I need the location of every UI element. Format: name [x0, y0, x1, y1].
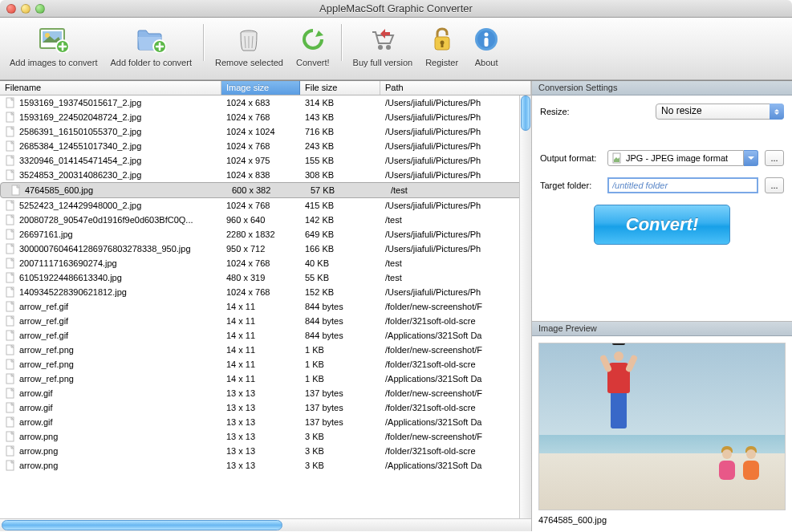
table-row[interactable]: 1409345228390621812.jpg1024 x 768152 KB/…: [0, 285, 531, 299]
cell-image-size: 1024 x 768: [221, 141, 300, 151]
cell-path: /Users/jiafuli/Pictures/Ph: [380, 287, 531, 297]
horizontal-scroll-thumb[interactable]: [2, 520, 282, 530]
cell-file-size: 137 bytes: [300, 388, 380, 398]
cell-image-size: 13 x 13: [221, 388, 300, 398]
buy-full-version-button[interactable]: Buy full version: [347, 22, 420, 69]
table-row[interactable]: arrow_ref.png14 x 111 KB/Applications/32…: [0, 372, 531, 386]
table-row[interactable]: 610519224486613340.jpg480 x 31955 KB/tes…: [0, 270, 531, 285]
table-row[interactable]: 2586391_161501055370_2.jpg1024 x 1024716…: [0, 124, 531, 139]
window-title: AppleMacSoft Graphic Converter: [0, 2, 792, 14]
table-row[interactable]: 3524853_200314086230_2.jpg1024 x 838308 …: [0, 168, 531, 182]
register-button[interactable]: Register: [419, 22, 465, 69]
table-row[interactable]: 3320946_014145471454_2.jpg1024 x 975155 …: [0, 153, 531, 168]
table-row[interactable]: 20071117163690274.jpg1024 x 76840 KB/tes…: [0, 256, 531, 270]
cell-file-size: 1 KB: [300, 345, 380, 355]
output-format-label: Output format:: [540, 153, 604, 163]
cell-path: /folder/new-screenshot/F: [380, 432, 531, 441]
cell-filename: 5252423_124429948000_2.jpg: [0, 200, 221, 211]
preview-image: [538, 343, 786, 510]
minimize-window-button[interactable]: [21, 4, 30, 14]
cell-image-size: 1024 x 768: [221, 112, 300, 122]
column-image-size[interactable]: Image size: [221, 81, 300, 95]
image-preview-heading: Image Preview: [532, 322, 792, 336]
about-button[interactable]: About: [465, 22, 508, 69]
table-row[interactable]: arrow.gif13 x 13137 bytes/folder/new-scr…: [0, 386, 531, 400]
resize-select[interactable]: No resize: [656, 104, 784, 120]
table-row[interactable]: arrow.png13 x 133 KB/folder/new-screensh…: [0, 429, 531, 444]
cell-filename: 3524853_200314086230_2.jpg: [0, 169, 221, 181]
cell-filename: arrow.png: [0, 431, 221, 442]
table-row[interactable]: arrow.gif13 x 13137 bytes/folder/321soft…: [0, 400, 531, 415]
cell-file-size: 649 KB: [300, 229, 380, 239]
cell-image-size: 600 x 382: [227, 185, 306, 195]
table-row[interactable]: 1593169_193745015617_2.jpg1024 x 683314 …: [0, 95, 531, 110]
table-row[interactable]: 20080728_90547e0d1916f9e0d603BfC0Q...960…: [0, 213, 531, 227]
zoom-window-button[interactable]: [35, 4, 45, 14]
table-row[interactable]: 3000007604641286976803278338_950.jpg950 …: [0, 242, 531, 256]
table-header: Filename Image size File size Path: [0, 81, 531, 95]
target-folder-input[interactable]: [607, 177, 758, 193]
add-images-button[interactable]: Add images to convert: [3, 22, 104, 69]
buy-label: Buy full version: [353, 58, 413, 67]
resize-select-value: No resize: [656, 104, 784, 120]
vertical-scroll-thumb[interactable]: [521, 95, 530, 131]
target-folder-browse-button[interactable]: ...: [765, 177, 784, 193]
cell-image-size: 14 x 11: [221, 302, 300, 311]
table-row[interactable]: arrow_ref.gif14 x 11844 bytes/folder/321…: [0, 314, 531, 328]
remove-selected-button[interactable]: Remove selected: [209, 22, 290, 69]
cell-path: /Users/jiafuli/Pictures/Ph: [380, 112, 531, 122]
close-window-button[interactable]: [6, 4, 16, 14]
cell-filename: 1593169_224502048724_2.jpg: [0, 112, 221, 123]
cell-file-size: 243 KB: [300, 141, 380, 151]
convert-toolbar-button[interactable]: Convert!: [290, 22, 336, 69]
output-format-options-button[interactable]: ...: [765, 150, 784, 166]
cell-path: /test: [380, 215, 531, 225]
cell-path: /folder/321soft-old-scre: [380, 403, 531, 412]
table-row[interactable]: arrow_ref.gif14 x 11844 bytes/folder/new…: [0, 299, 531, 314]
table-row[interactable]: arrow.png13 x 133 KB/Applications/321Sof…: [0, 458, 531, 473]
add-folder-icon: [136, 24, 166, 55]
table-row[interactable]: arrow_ref.gif14 x 11844 bytes/Applicatio…: [0, 328, 531, 343]
file-list-panel: Filename Image size File size Path 15931…: [0, 81, 532, 531]
cell-file-size: 55 KB: [300, 273, 380, 282]
table-row[interactable]: arrow.gif13 x 13137 bytes/Applications/3…: [0, 415, 531, 429]
cell-image-size: 13 x 13: [221, 432, 300, 441]
add-folder-button[interactable]: Add folder to convert: [104, 22, 198, 69]
column-path[interactable]: Path: [380, 81, 531, 95]
cell-filename: 20071117163690274.jpg: [0, 258, 221, 269]
table-row[interactable]: 2685384_124551017340_2.jpg1024 x 768243 …: [0, 139, 531, 153]
cell-path: /Users/jiafuli/Pictures/Ph: [380, 98, 531, 108]
table-row[interactable]: 1593169_224502048724_2.jpg1024 x 768143 …: [0, 110, 531, 124]
cell-file-size: 137 bytes: [300, 417, 380, 427]
table-row[interactable]: arrow_ref.png14 x 111 KB/folder/321soft-…: [0, 357, 531, 372]
column-filename[interactable]: Filename: [0, 81, 221, 95]
cell-file-size: 3 KB: [300, 446, 380, 456]
titlebar: AppleMacSoft Graphic Converter: [0, 0, 792, 18]
cell-filename: arrow.gif: [0, 416, 221, 428]
cell-path: /Applications/321Soft Da: [380, 331, 531, 340]
cell-image-size: 1024 x 683: [221, 98, 300, 108]
column-file-size[interactable]: File size: [300, 81, 380, 95]
cart-icon: [368, 24, 398, 55]
table-body[interactable]: 1593169_193745015617_2.jpg1024 x 683314 …: [0, 95, 531, 518]
cell-path: /Applications/321Soft Da: [380, 461, 531, 470]
cell-path: /Users/jiafuli/Pictures/Ph: [380, 170, 531, 180]
cell-file-size: 137 bytes: [300, 403, 380, 412]
convert-button[interactable]: Convert!: [594, 205, 730, 245]
cell-file-size: 844 bytes: [300, 302, 380, 311]
preview-figure-man: [603, 351, 634, 428]
table-row[interactable]: arrow_ref.png14 x 111 KB/folder/new-scre…: [0, 343, 531, 357]
cell-file-size: 314 KB: [300, 98, 380, 108]
cell-image-size: 2280 x 1832: [221, 229, 300, 239]
output-format-field[interactable]: JPG - JPEG image format: [607, 150, 744, 166]
table-row[interactable]: 4764585_600.jpg600 x 38257 KB/test: [0, 182, 531, 198]
vertical-scrollbar[interactable]: [519, 95, 531, 518]
table-row[interactable]: arrow.png13 x 133 KB/folder/321soft-old-…: [0, 444, 531, 458]
horizontal-scrollbar[interactable]: [0, 518, 531, 531]
toolbar: Add images to convert Add folder to conv…: [0, 18, 792, 80]
output-format-dropdown-button[interactable]: [744, 150, 758, 166]
cell-filename: 2685384_124551017340_2.jpg: [0, 140, 221, 152]
cell-image-size: 1024 x 838: [221, 170, 300, 180]
table-row[interactable]: 26697161.jpg2280 x 1832649 KB/Users/jiaf…: [0, 227, 531, 242]
table-row[interactable]: 5252423_124429948000_2.jpg1024 x 768415 …: [0, 198, 531, 213]
